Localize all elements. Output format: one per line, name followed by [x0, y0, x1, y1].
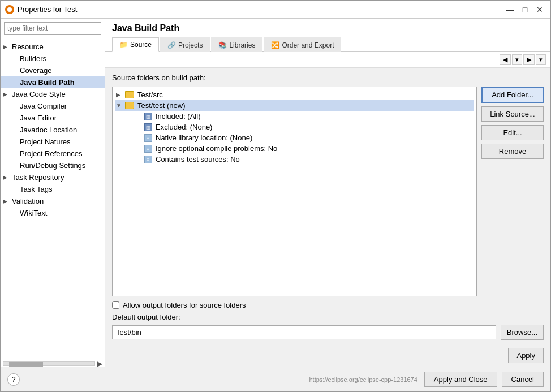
arrow-icon: ▶: [3, 198, 10, 204]
sidebar-item-label: Coverage: [20, 66, 51, 75]
sidebar-item-label: Project References: [20, 149, 83, 158]
sidebar-item-project-references[interactable]: Project References: [1, 148, 105, 160]
folder-icon: [125, 91, 134, 98]
sidebar-item-java-editor[interactable]: Java Editor: [1, 112, 105, 124]
tab-source-label: Source: [130, 41, 152, 49]
sidebar-item-javadoc-location[interactable]: Javadoc Location: [1, 124, 105, 136]
build-path-area: ▶ Test/src ▼ Test/test (new): [112, 87, 544, 296]
tree-item-ignore-optional[interactable]: ≡ Ignore optional compile problems: No: [115, 143, 474, 154]
sidebar-item-task-repository[interactable]: ▶ Task Repository: [1, 171, 105, 183]
tab-order-export[interactable]: 🔀 Order and Export: [264, 37, 341, 52]
browse-button[interactable]: Browse...: [501, 325, 544, 340]
remove-button[interactable]: Remove: [481, 144, 544, 159]
tree-item-label: Native library location: (None): [156, 133, 252, 142]
title-controls: — □ ✕: [504, 3, 546, 16]
link-source-button[interactable]: Link Source...: [481, 106, 544, 122]
sidebar-item-label: Java Editor: [20, 114, 57, 122]
main-panel-title: Java Build Path: [112, 23, 544, 37]
tab-libraries[interactable]: 📚 Libraries: [211, 37, 262, 52]
sidebar-scrollbar[interactable]: ▶: [1, 360, 105, 367]
sidebar-item-label: Project Natures: [20, 137, 71, 146]
allow-output-label: Allow output folders for source folders: [123, 301, 246, 309]
title-bar: Properties for Test — □ ✕: [1, 1, 550, 19]
tree-item-test-src[interactable]: ▶ Test/src: [115, 89, 474, 100]
arrow-icon: ▶: [3, 91, 10, 97]
apply-button[interactable]: Apply: [508, 348, 544, 363]
sidebar-item-validation[interactable]: ▶ Validation: [1, 195, 105, 207]
tab-projects-label: Projects: [178, 41, 203, 49]
tab-source[interactable]: 📁 Source: [112, 37, 159, 52]
sidebar-item-builders[interactable]: Builders: [1, 53, 105, 64]
order-export-tab-icon: 🔀: [271, 41, 279, 49]
footer-buttons: Apply and Close Cancel: [424, 372, 544, 387]
tab-projects[interactable]: 🔗 Projects: [160, 37, 210, 52]
sidebar-item-wikitext[interactable]: WikiText: [1, 207, 105, 219]
nav-back-down-button[interactable]: ▾: [512, 54, 522, 65]
apply-and-close-button[interactable]: Apply and Close: [424, 372, 497, 387]
tree-item-native-library[interactable]: ≡ Native library location: (None): [115, 132, 474, 143]
sidebar-item-project-natures[interactable]: Project Natures: [1, 136, 105, 148]
allow-output-checkbox[interactable]: [112, 301, 119, 309]
tree-item-label: Test/test (new): [137, 101, 186, 110]
sidebar-item-label: Resource: [12, 42, 44, 51]
sidebar-item-task-tags[interactable]: Task Tags: [1, 183, 105, 195]
add-folder-button[interactable]: Add Folder...: [481, 87, 544, 103]
close-button[interactable]: ✕: [533, 3, 546, 16]
output-folder-row: Browse...: [112, 325, 544, 340]
filter-input[interactable]: [4, 22, 101, 35]
sidebar-item-label: Run/Debug Settings: [20, 161, 85, 170]
scroll-arrow-right[interactable]: ▶: [97, 360, 102, 367]
attr-icon: ≡: [144, 156, 152, 163]
tree-arrow-icon: ▼: [116, 102, 124, 109]
projects-tab-icon: 🔗: [167, 41, 176, 49]
nav-back-button[interactable]: ◀: [500, 54, 511, 65]
minimize-button[interactable]: —: [504, 3, 516, 16]
folder-icon: [125, 102, 134, 109]
output-folder-input[interactable]: [112, 325, 496, 339]
sidebar-item-java-code-style[interactable]: ▶ Java Code Style: [1, 88, 105, 100]
nav-fwd-button[interactable]: ▶: [523, 54, 535, 65]
sidebar-item-coverage[interactable]: Coverage: [1, 64, 105, 76]
sidebar-item-label: Java Build Path: [20, 78, 75, 87]
sidebar-item-label: Javadoc Location: [20, 126, 77, 134]
sidebar-item-java-build-path[interactable]: Java Build Path: [1, 76, 105, 88]
filter-icon: ▥: [144, 113, 152, 120]
maximize-button[interactable]: □: [519, 3, 531, 16]
tree-item-label: Ignore optional compile problems: No: [156, 144, 277, 153]
scrollbar-thumb[interactable]: [9, 362, 43, 367]
nav-fwd-down-button[interactable]: ▾: [536, 54, 546, 65]
tree-item-contains-test[interactable]: ≡ Contains test sources: No: [115, 154, 474, 165]
attr-icon: ≡: [144, 134, 152, 142]
nav-arrows: ◀ ▾ ▶ ▾: [105, 52, 550, 68]
sidebar-item-resource[interactable]: ▶ Resource: [1, 41, 105, 53]
sidebar-item-run-debug[interactable]: Run/Debug Settings: [1, 160, 105, 171]
sidebar-item-java-compiler[interactable]: Java Compiler: [1, 100, 105, 112]
window-icon: [5, 5, 14, 14]
attr-icon: ≡: [144, 145, 152, 153]
scrollbar-track: [3, 361, 95, 366]
build-path-tree[interactable]: ▶ Test/src ▼ Test/test (new): [112, 87, 477, 296]
allow-output-row: Allow output folders for source folders: [112, 301, 544, 309]
tab-order-export-label: Order and Export: [282, 41, 334, 49]
sidebar-item-label: Task Tags: [20, 185, 53, 193]
tree-item-excluded[interactable]: ▥ Excluded: (None): [115, 122, 474, 132]
panel-body: Source folders on build path: ▶ Test/src…: [105, 68, 550, 346]
content-area: ▶ Resource Builders Coverage Java Build …: [1, 19, 550, 367]
tab-libraries-label: Libraries: [229, 41, 255, 49]
tree-item-included[interactable]: ▥ Included: (All): [115, 111, 474, 122]
properties-window: Properties for Test — □ ✕ ▶ Resource Bui…: [0, 0, 551, 392]
tab-bar: 📁 Source 🔗 Projects 📚 Libraries 🔀 Order …: [112, 37, 544, 51]
cancel-button[interactable]: Cancel: [502, 372, 544, 387]
main-panel: Java Build Path 📁 Source 🔗 Projects 📚 Li…: [105, 19, 550, 367]
footer: ? https://eclipse.org/eclipse-cpp-123167…: [1, 367, 550, 391]
tree-item-label: Contains test sources: No: [156, 155, 240, 163]
help-button[interactable]: ?: [7, 373, 20, 386]
sidebar: ▶ Resource Builders Coverage Java Build …: [1, 19, 105, 367]
arrow-icon: ▶: [3, 44, 10, 50]
status-bar: https://eclipse.org/eclipse-cpp-1231674: [20, 376, 424, 383]
apply-row: Apply: [105, 346, 550, 367]
footer-left: ?: [7, 373, 20, 386]
sidebar-item-label: Task Repository: [12, 173, 64, 182]
tree-item-test-test-new[interactable]: ▼ Test/test (new): [115, 100, 474, 111]
edit-button[interactable]: Edit...: [481, 125, 544, 140]
